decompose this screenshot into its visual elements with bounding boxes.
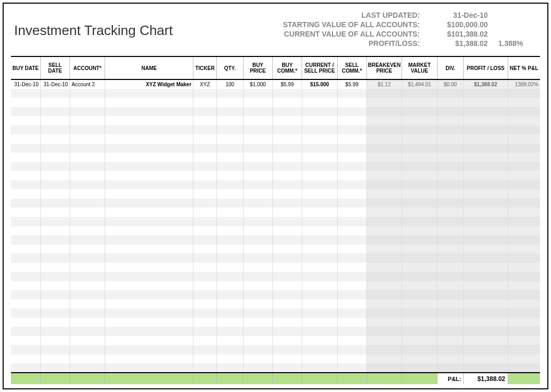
cell-buy_comm[interactable] <box>272 308 302 318</box>
cell-ticker[interactable] <box>193 162 217 171</box>
cell-qty[interactable]: 100 <box>217 79 244 89</box>
cell-div[interactable] <box>437 327 464 336</box>
cell-buy_comm[interactable] <box>272 134 302 144</box>
cell-sell_comm[interactable] <box>337 354 366 364</box>
cell-buy_comm[interactable] <box>272 345 302 354</box>
cell-qty[interactable] <box>217 125 244 135</box>
cell-profit_loss[interactable] <box>464 125 508 135</box>
cell-ticker[interactable] <box>193 308 217 318</box>
cell-buy_comm[interactable] <box>272 217 302 226</box>
cell-qty[interactable] <box>217 116 244 125</box>
cell-net_pl[interactable] <box>508 125 540 135</box>
cell-div[interactable] <box>437 125 464 135</box>
cell-sell_date[interactable] <box>40 116 70 125</box>
cell-account[interactable] <box>70 245 105 254</box>
cell-name[interactable] <box>105 134 193 144</box>
cell-net_pl[interactable] <box>508 290 540 299</box>
cell-profit_loss[interactable] <box>464 345 508 354</box>
table-row[interactable] <box>11 226 540 236</box>
cell-account[interactable] <box>70 318 105 327</box>
cell-net_pl[interactable] <box>508 180 540 190</box>
cell-ticker[interactable] <box>193 299 217 309</box>
cell-breakeven[interactable] <box>366 199 401 208</box>
cell-sell_comm[interactable] <box>337 134 366 144</box>
cell-sell_date[interactable] <box>40 207 70 217</box>
cell-buy_comm[interactable] <box>272 253 302 263</box>
cell-buy_price[interactable] <box>243 235 272 245</box>
cell-profit_loss[interactable] <box>464 153 508 162</box>
cell-qty[interactable] <box>217 153 244 162</box>
cell-qty[interactable] <box>217 199 244 208</box>
cell-net_pl[interactable] <box>508 171 540 180</box>
cell-div[interactable]: $0.00 <box>437 79 464 89</box>
cell-sell_date[interactable] <box>40 171 70 180</box>
cell-buy_price[interactable] <box>243 345 272 354</box>
cell-qty[interactable] <box>217 327 244 336</box>
cell-div[interactable] <box>437 318 464 327</box>
cell-buy_date[interactable] <box>11 116 40 125</box>
cell-account[interactable] <box>70 98 105 107</box>
cell-current_sell[interactable] <box>302 235 337 245</box>
cell-buy_price[interactable] <box>243 226 272 236</box>
cell-buy_price[interactable] <box>243 318 272 327</box>
cell-sell_date[interactable] <box>40 299 70 309</box>
cell-qty[interactable] <box>217 290 244 299</box>
cell-qty[interactable] <box>217 207 244 217</box>
cell-name[interactable] <box>105 253 193 263</box>
cell-account[interactable] <box>70 162 105 171</box>
cell-name[interactable] <box>105 226 193 236</box>
cell-sell_date[interactable] <box>40 144 70 153</box>
cell-div[interactable] <box>437 299 464 309</box>
table-row[interactable] <box>11 144 540 153</box>
cell-ticker[interactable] <box>193 354 217 364</box>
table-row[interactable]: 31-Dec-1031-Dec-10Account 2XYZ Widget Ma… <box>11 79 540 89</box>
cell-market[interactable] <box>402 290 437 299</box>
cell-div[interactable] <box>437 134 464 144</box>
cell-market[interactable] <box>402 345 437 354</box>
cell-current_sell[interactable] <box>302 226 337 236</box>
cell-buy_comm[interactable] <box>272 354 302 364</box>
cell-profit_loss[interactable] <box>464 363 508 373</box>
cell-sell_comm[interactable] <box>337 116 366 125</box>
cell-buy_date[interactable] <box>11 144 40 153</box>
cell-buy_price[interactable] <box>243 281 272 291</box>
cell-buy_comm[interactable] <box>272 189 302 199</box>
cell-ticker[interactable] <box>193 290 217 299</box>
cell-profit_loss[interactable] <box>464 245 508 254</box>
cell-div[interactable] <box>437 162 464 171</box>
cell-buy_comm[interactable] <box>272 98 302 107</box>
cell-name[interactable] <box>105 272 193 281</box>
cell-name[interactable] <box>105 171 193 180</box>
cell-market[interactable] <box>402 189 437 199</box>
cell-profit_loss[interactable] <box>464 134 508 144</box>
cell-buy_date[interactable] <box>11 134 40 144</box>
cell-profit_loss[interactable] <box>464 263 508 272</box>
cell-net_pl[interactable] <box>508 281 540 291</box>
cell-sell_comm[interactable] <box>337 263 366 272</box>
cell-sell_comm[interactable] <box>337 327 366 336</box>
cell-market[interactable] <box>402 253 437 263</box>
cell-buy_price[interactable] <box>243 336 272 345</box>
cell-buy_comm[interactable] <box>272 125 302 135</box>
cell-sell_comm[interactable] <box>337 125 366 135</box>
table-row[interactable] <box>11 345 540 354</box>
cell-sell_date[interactable] <box>40 336 70 345</box>
cell-net_pl[interactable] <box>508 226 540 236</box>
cell-name[interactable] <box>105 263 193 272</box>
cell-name[interactable] <box>105 327 193 336</box>
cell-sell_date[interactable] <box>40 89 70 98</box>
cell-breakeven[interactable] <box>366 290 401 299</box>
cell-sell_comm[interactable] <box>337 318 366 327</box>
cell-buy_comm[interactable] <box>272 263 302 272</box>
cell-current_sell[interactable] <box>302 180 337 190</box>
cell-buy_price[interactable] <box>243 144 272 153</box>
cell-qty[interactable] <box>217 299 244 309</box>
cell-sell_date[interactable] <box>40 345 70 354</box>
cell-sell_comm[interactable] <box>337 89 366 98</box>
cell-buy_comm[interactable] <box>272 299 302 309</box>
cell-div[interactable] <box>437 336 464 345</box>
cell-net_pl[interactable] <box>508 235 540 245</box>
cell-breakeven[interactable] <box>366 253 401 263</box>
cell-buy_price[interactable] <box>243 116 272 125</box>
cell-profit_loss[interactable] <box>464 189 508 199</box>
